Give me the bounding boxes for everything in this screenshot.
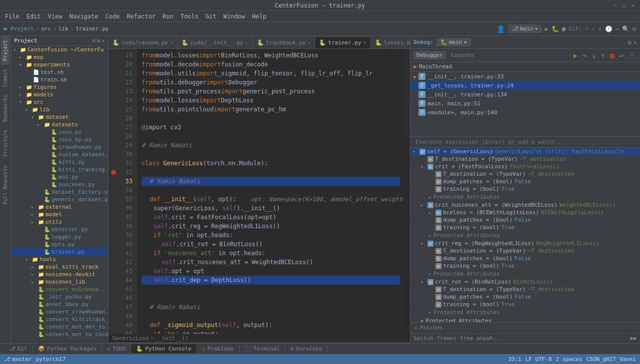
menu-item-edit[interactable]: Edit bbox=[24, 12, 44, 21]
rerun-button[interactable]: ↩ bbox=[618, 51, 625, 60]
menu-item-window[interactable]: Window bbox=[220, 12, 248, 21]
protected-attrs-rot[interactable]: ▸ Protected Attributes bbox=[410, 308, 640, 317]
protected-attrs-2[interactable]: ▸ Protected Attributes bbox=[410, 231, 640, 240]
bottom-tab-todo[interactable]: ☑ TODO bbox=[102, 345, 131, 353]
menu-item-navigate[interactable]: Navigate bbox=[66, 12, 102, 21]
var-rot-training[interactable]: ▸ v training = (bool) True bbox=[410, 301, 640, 308]
tab-cuda-init[interactable]: 🐍 cuda/__init__.py ✕ bbox=[178, 36, 253, 48]
window-controls[interactable]: ─ □ ✕ bbox=[612, 2, 636, 8]
var-rot-dump[interactable]: ▸ v dump_patches = (bool) False bbox=[410, 293, 640, 301]
tab-trainer[interactable]: 🐍 trainer.py ✕ bbox=[315, 36, 370, 48]
git-push-icon[interactable]: ↑ bbox=[598, 25, 602, 32]
protected-attrs-main[interactable]: ▾ Protected Attributes bbox=[410, 317, 640, 322]
tree-item-exp[interactable]: ▸ 📁 exp bbox=[11, 53, 108, 61]
frame-item-3[interactable]: ▶ f main, main.py:51 bbox=[410, 99, 640, 108]
tree-item-convert-crowd[interactable]: ▸ 🐍 convert_crowdhuman.. bbox=[11, 308, 108, 316]
bottom-tab-git[interactable]: ⎇ Git bbox=[4, 345, 33, 353]
tree-item-detector[interactable]: ▸ 🐍 detector.py bbox=[11, 226, 108, 233]
maximize-button[interactable]: □ bbox=[621, 2, 627, 8]
tree-item-trainsh[interactable]: ▸ 📄 train.sh bbox=[11, 76, 108, 83]
menu-item-git[interactable]: Git bbox=[202, 12, 220, 21]
tree-item-logger[interactable]: ▸ 🐍 logger.py bbox=[11, 233, 108, 241]
account-icon[interactable]: 👤 bbox=[496, 25, 505, 33]
frame-item-0[interactable]: ▶ f __init__, trainer.py:33 bbox=[410, 72, 640, 81]
tree-item-convert-mot-coco[interactable]: ▸ 🐍 convert_mot_to_coco.. bbox=[11, 331, 108, 338]
bookmarks-side-tab[interactable]: Bookmarks bbox=[1, 91, 10, 126]
minimize-button[interactable]: ─ bbox=[612, 2, 618, 8]
tree-item-mot[interactable]: ▸ 🐍 mot.py bbox=[11, 173, 108, 181]
tab-cuda-random[interactable]: 🐍 cuda/random.py ✕ bbox=[108, 36, 178, 48]
var-crit[interactable]: ▾ v crit = (FastFocalLoss) FastFocalLoss… bbox=[410, 163, 640, 170]
sidebar-gear-icon[interactable]: ⚙ bbox=[92, 37, 96, 44]
var-self[interactable]: ▾ v self = {GenericLoss} GenericLoss(\n … bbox=[410, 148, 640, 155]
tree-item-model[interactable]: ▸ 📁 model bbox=[11, 211, 108, 218]
var-crit-t-dest[interactable]: ▸ v T_destination = (TypeVar) ~T_destina… bbox=[410, 170, 640, 178]
menu-item-code[interactable]: Code bbox=[102, 12, 123, 21]
tree-item-dataset[interactable]: ▾ 📁 dataset bbox=[11, 113, 108, 121]
var-crit-reg[interactable]: ▾ v crit_reg = (RegWeightedL1Loss) RegWe… bbox=[410, 240, 640, 247]
code-content[interactable]: from model.losses import BinRotLoss, Wei… bbox=[138, 49, 404, 334]
tree-item-utils[interactable]: ▸ 📁 utils bbox=[11, 218, 108, 226]
tab-close-icon[interactable]: ✕ bbox=[364, 40, 366, 45]
var-crit-training[interactable]: ▸ v training = (bool) True bbox=[410, 185, 640, 193]
frame-item-4[interactable]: ▶ f <module>, main.py:140 bbox=[410, 108, 640, 117]
resume-button[interactable]: ▶ bbox=[572, 51, 578, 60]
tree-item-models[interactable]: ▸ 📁 models bbox=[11, 91, 108, 98]
tree-item-convert-kitti[interactable]: ▸ 🐍 convert_kittitrack_to.. bbox=[11, 316, 108, 323]
tree-item-kitti-tracking[interactable]: ▸ 🐍 kitti_tracking.py bbox=[11, 166, 108, 173]
sidebar-close-icon[interactable]: ✕ bbox=[102, 37, 105, 44]
tree-item-crowdhuman[interactable]: ▸ 🐍 crowdhuman.py bbox=[11, 143, 108, 151]
tree-item-convert-mot-det[interactable]: ▸ 🐍 convert_mot_det_to.. bbox=[11, 323, 108, 331]
var-training[interactable]: ▸ v training = (bool) True bbox=[410, 224, 640, 231]
bottom-tab-problems[interactable]: ⚠ Problems bbox=[197, 345, 240, 353]
var-reg-dump[interactable]: ▸ v dump_patches = (bool) False bbox=[410, 255, 640, 262]
patches-section[interactable]: ▸ Patches bbox=[410, 322, 640, 333]
tree-item-nuscenes-lib[interactable]: ▸ 📁 nuscenes_lib bbox=[11, 278, 108, 286]
tree-item-annot-bbox[interactable]: ▸ 🐍 annot_bbox.py bbox=[11, 301, 108, 308]
frames-more-icon[interactable]: ▶▶ bbox=[630, 335, 637, 342]
tree-item-nuscenes-devkit[interactable]: ▸ 📁 nuscenes-devkit bbox=[11, 271, 108, 278]
step-into-button[interactable]: ↓ bbox=[590, 51, 597, 60]
tree-item-opts[interactable]: ▸ 🐍 opts.py bbox=[11, 241, 108, 248]
var-crit-rot[interactable]: ▾ v crit_rot = (BinRotLoss) BinRotLoss() bbox=[410, 278, 640, 286]
tree-item-coco[interactable]: ▸ 🐍 coco.py bbox=[11, 128, 108, 136]
tree-item-lib[interactable]: ▾ 📁 lib bbox=[11, 106, 108, 113]
commit-side-tab[interactable]: Commit bbox=[1, 65, 10, 91]
bottom-tab-python-console[interactable]: 🐍 Python Console bbox=[131, 345, 197, 353]
menu-item-run[interactable]: Run bbox=[160, 12, 176, 21]
debug-settings-icon[interactable]: ⚙ bbox=[628, 39, 632, 46]
menu-item-refactor[interactable]: Refactor bbox=[124, 12, 158, 21]
tree-item-nuscenes[interactable]: ▸ 🐍 nuscenes.py bbox=[11, 181, 108, 188]
tab-close-icon[interactable]: ✕ bbox=[170, 40, 173, 45]
tree-item-tools[interactable]: ▾ 📁 tools bbox=[11, 256, 108, 263]
git-history-icon[interactable]: 🕐 bbox=[605, 25, 612, 32]
bottom-tab-packages[interactable]: 📦 Python Packages bbox=[33, 345, 102, 353]
tree-item-experiments[interactable]: ▾ 📁 experiments bbox=[11, 61, 108, 68]
tree-item-external[interactable]: ▸ 📁 external bbox=[11, 203, 108, 211]
pullrequests-side-tab[interactable]: Pull Requests bbox=[1, 161, 10, 208]
run-button[interactable]: ▶ bbox=[545, 25, 548, 32]
debug-close-icon[interactable]: ✕ bbox=[634, 39, 637, 46]
step-over-button[interactable]: ↷ bbox=[581, 51, 588, 60]
close-button[interactable]: ✕ bbox=[630, 2, 636, 8]
tree-item-convert-nuscenes[interactable]: ▸ 🐍 convert_nuScenes.. bbox=[11, 286, 108, 293]
menu-item-view[interactable]: View bbox=[45, 12, 66, 21]
git-rollback-icon[interactable]: ↩ bbox=[616, 25, 619, 32]
tree-item-generic-dataset[interactable]: ▸ 🐍 generic_dataset.py bbox=[11, 196, 108, 203]
var-crit-nusc[interactable]: ▸ v crit_nuscenes_att = (WeightedBCELoss… bbox=[410, 201, 640, 209]
tree-item-kitti[interactable]: ▸ 🐍 kitti.py bbox=[11, 158, 108, 166]
menu-item-file[interactable]: File bbox=[2, 12, 22, 21]
console-tab[interactable]: Console bbox=[448, 51, 477, 59]
menu-item-help[interactable]: Help bbox=[249, 12, 270, 21]
var-rot-t-dest[interactable]: ▸ v T_destination = (TypeVar) ~T_destina… bbox=[410, 286, 640, 293]
tab-traceback[interactable]: 🐍 traceback.py ✕ bbox=[253, 36, 316, 48]
tree-item-trainer[interactable]: ▸ 🐍 trainer.py bbox=[11, 248, 108, 256]
tree-item-centerfusion[interactable]: ▾ 📁 CenterFusion ~/CenterFu bbox=[11, 46, 108, 53]
tab-close-icon[interactable]: ✕ bbox=[246, 40, 248, 45]
var-bceloss[interactable]: ▸ v bceloss = (BCEWithLogitsLoss) BCEWit… bbox=[410, 209, 640, 216]
structure-side-tab[interactable]: Structure bbox=[1, 126, 10, 161]
search-icon[interactable]: 🔍 bbox=[622, 25, 630, 32]
stop-debug-button[interactable]: ■ bbox=[608, 51, 616, 60]
tree-item-coco-hp[interactable]: ▸ 🐍 coco_hp.py bbox=[11, 136, 108, 143]
var-dump-patches[interactable]: ▸ v dump_patches = (bool) False bbox=[410, 216, 640, 224]
